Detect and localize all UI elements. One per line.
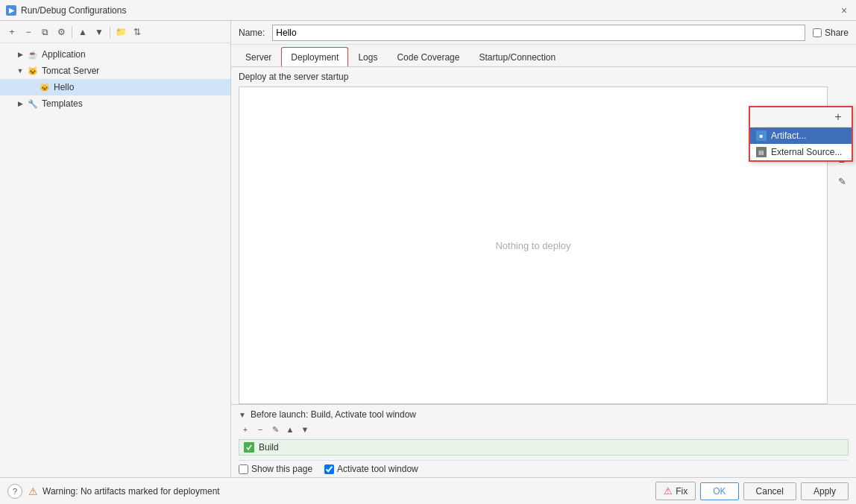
bottom-buttons: ⚠ Fix OK Cancel Apply — [655, 482, 849, 500]
tab-content-deployment: Deploy at the server startup + ■ Artifac… — [231, 67, 856, 477]
activate-checkbox[interactable] — [324, 464, 334, 474]
warning-area: ⚠ Warning: No artifacts marked for deplo… — [28, 485, 220, 497]
activate-text: Activate tool window — [337, 464, 418, 474]
share-label: Share — [825, 28, 849, 38]
before-remove-button[interactable]: − — [254, 423, 267, 436]
fix-icon: ⚠ — [664, 485, 673, 497]
remove-config-button[interactable]: − — [21, 25, 36, 40]
name-input[interactable] — [272, 25, 805, 41]
tabs-bar: Server Deployment Logs Code Coverage Sta… — [231, 45, 856, 67]
hello-icon: 🐱 — [39, 81, 51, 93]
settings-button[interactable]: ⚙ — [54, 25, 69, 40]
application-label: Application — [42, 49, 86, 60]
title-bar-left: ▶ Run/Debug Configurations — [6, 5, 126, 16]
deploy-area: Nothing to deploy — [239, 86, 828, 404]
left-toolbar: + − ⧉ ⚙ ▲ ▼ 📁 ⇅ — [0, 21, 230, 43]
cancel-button[interactable]: Cancel — [743, 482, 796, 500]
templates-icon: 🔧 — [27, 98, 39, 110]
before-up-button[interactable]: ▲ — [283, 423, 297, 436]
copy-config-button[interactable]: ⧉ — [37, 25, 52, 40]
show-page-label: Show this page — [239, 464, 312, 474]
tab-server[interactable]: Server — [236, 47, 281, 66]
tomcat-label: Tomcat Server — [42, 66, 99, 76]
before-down-button[interactable]: ▼ — [298, 423, 312, 436]
left-panel: + − ⧉ ⚙ ▲ ▼ 📁 ⇅ ▶ ☕ Application ▼ 🐱 Tomc… — [0, 21, 231, 477]
build-icon — [244, 442, 254, 453]
share-checkbox[interactable] — [813, 28, 822, 37]
edit-button[interactable]: ✎ — [831, 171, 853, 191]
warning-text: Warning: No artifacts marked for deploym… — [43, 486, 220, 497]
right-panel: Name: Share Server Deployment Logs Code … — [231, 21, 856, 477]
tomcat-icon: 🐱 — [27, 65, 39, 77]
dropdown-popup: + ■ Artifact... ▤ External Source... — [749, 106, 853, 162]
expand-icon-tomcat: ▼ — [15, 66, 25, 76]
dropdown-item-external-source[interactable]: ▤ External Source... — [750, 144, 852, 160]
hello-label: Hello — [54, 82, 74, 92]
tab-startup-connection[interactable]: Startup/Connection — [469, 47, 565, 66]
side-toolbar: + ■ Artifact... ▤ External Source... ▲ ✎ — [828, 86, 856, 194]
before-edit-button[interactable]: ✎ — [268, 423, 282, 436]
build-label: Build — [259, 442, 279, 453]
divider-1 — [72, 26, 72, 38]
app-icon: ▶ — [6, 5, 16, 16]
before-launch-section: ▼ Before launch: Build, Activate tool wi… — [231, 404, 856, 477]
folder-button[interactable]: 📁 — [113, 25, 128, 40]
external-source-icon: ▤ — [756, 147, 767, 157]
artifact-label: Artifact... — [771, 130, 806, 141]
before-launch-header: ▼ Before launch: Build, Activate tool wi… — [239, 409, 849, 420]
name-bar: Name: Share — [231, 21, 856, 45]
dropdown-item-artifact[interactable]: ■ Artifact... — [750, 127, 852, 144]
show-page-text: Show this page — [251, 464, 312, 474]
empty-label: Nothing to deploy — [495, 240, 570, 251]
divider-2 — [110, 26, 110, 38]
templates-label: Templates — [42, 98, 83, 109]
tree-item-hello[interactable]: 🐱 Hello — [0, 79, 230, 95]
expand-icon-application: ▶ — [15, 49, 25, 60]
name-label: Name: — [239, 28, 265, 38]
fix-button[interactable]: ⚠ Fix — [655, 482, 696, 500]
fix-label: Fix — [676, 486, 687, 497]
share-checkbox-label: Share — [813, 28, 849, 38]
expand-icon-hello — [27, 82, 37, 92]
tab-deployment[interactable]: Deployment — [281, 47, 348, 66]
tree-item-tomcat-server[interactable]: ▼ 🐱 Tomcat Server — [0, 63, 230, 79]
bottom-bar: ? ⚠ Warning: No artifacts marked for dep… — [0, 477, 856, 504]
help-button[interactable]: ? — [7, 484, 22, 499]
activate-label: Activate tool window — [324, 464, 418, 474]
add-config-button[interactable]: + — [4, 25, 19, 40]
dropdown-header: + — [750, 107, 852, 127]
move-up-button[interactable]: ▲ — [75, 25, 90, 40]
warning-icon: ⚠ — [28, 485, 38, 497]
before-launch-label: Before launch: Build, Activate tool wind… — [251, 409, 416, 420]
before-toolbar: + − ✎ ▲ ▼ — [239, 423, 849, 436]
tab-logs[interactable]: Logs — [348, 47, 387, 66]
show-page-row: Show this page Activate tool window — [239, 460, 849, 477]
tab-code-coverage[interactable]: Code Coverage — [387, 47, 469, 66]
title-bar: ▶ Run/Debug Configurations × — [0, 0, 856, 21]
build-row: Build — [239, 439, 849, 456]
expand-icon-templates: ▶ — [15, 98, 25, 109]
apply-button[interactable]: Apply — [801, 482, 849, 500]
deploy-header: Deploy at the server startup — [231, 67, 856, 86]
plus-icon: + — [829, 109, 847, 125]
artifact-icon: ■ — [756, 130, 767, 141]
close-button[interactable]: × — [838, 4, 850, 16]
tree-item-application[interactable]: ▶ ☕ Application — [0, 46, 230, 63]
bottom-left: ? ⚠ Warning: No artifacts marked for dep… — [7, 484, 220, 499]
ok-button[interactable]: OK — [700, 482, 738, 500]
collapse-icon[interactable]: ▼ — [239, 411, 246, 419]
main-content: + − ⧉ ⚙ ▲ ▼ 📁 ⇅ ▶ ☕ Application ▼ 🐱 Tomc… — [0, 21, 856, 477]
tree-item-templates[interactable]: ▶ 🔧 Templates — [0, 95, 230, 112]
deploy-container: + ■ Artifact... ▤ External Source... ▲ ✎ — [231, 86, 856, 477]
dialog-title: Run/Debug Configurations — [21, 5, 126, 16]
move-down-button[interactable]: ▼ — [92, 25, 107, 40]
sort-button[interactable]: ⇅ — [130, 25, 145, 40]
config-tree: ▶ ☕ Application ▼ 🐱 Tomcat Server 🐱 Hell… — [0, 43, 230, 477]
application-icon: ☕ — [27, 48, 39, 60]
show-page-checkbox[interactable] — [239, 464, 248, 474]
external-source-label: External Source... — [771, 147, 842, 157]
before-add-button[interactable]: + — [239, 423, 252, 436]
